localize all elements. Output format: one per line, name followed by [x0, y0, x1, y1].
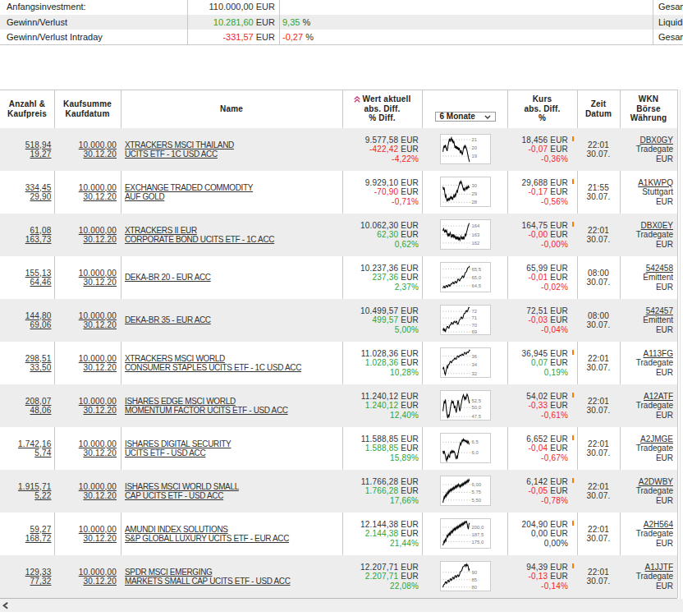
svg-text:64,5: 64,5: [472, 283, 482, 288]
svg-text:175,0: 175,0: [472, 540, 484, 545]
svg-text:21: 21: [472, 137, 478, 142]
svg-text:6,0: 6,0: [472, 450, 479, 455]
svg-text:6,5: 6,5: [472, 439, 479, 444]
svg-text:187,5: 187,5: [472, 532, 484, 537]
svg-text:20: 20: [472, 145, 478, 150]
svg-text:65,0: 65,0: [472, 275, 482, 280]
svg-text:162: 162: [472, 241, 480, 246]
svg-text:32: 32: [472, 371, 478, 376]
svg-text:71: 71: [472, 315, 478, 320]
svg-text:19: 19: [472, 154, 478, 159]
svg-text:69: 69: [472, 329, 478, 334]
svg-text:30: 30: [472, 183, 478, 188]
svg-text:5,75: 5,75: [472, 490, 482, 494]
svg-text:29: 29: [472, 191, 478, 196]
svg-text:85: 85: [472, 577, 478, 582]
svg-text:36: 36: [472, 354, 478, 359]
svg-text:72: 72: [472, 309, 478, 314]
svg-text:28: 28: [472, 200, 478, 205]
svg-text:65,5: 65,5: [472, 267, 482, 272]
svg-text:164: 164: [472, 223, 481, 228]
svg-text:163: 163: [472, 232, 480, 237]
svg-text:50,0: 50,0: [472, 405, 482, 410]
svg-text:200,0: 200,0: [472, 525, 484, 530]
svg-text:6,00: 6,00: [472, 482, 482, 487]
svg-text:47,5: 47,5: [472, 414, 482, 419]
svg-text:5,50: 5,50: [472, 498, 482, 503]
svg-text:80: 80: [472, 585, 478, 590]
svg-text:34: 34: [472, 362, 478, 367]
svg-text:90: 90: [472, 570, 478, 575]
svg-text:52,5: 52,5: [472, 398, 482, 403]
svg-text:70: 70: [472, 323, 478, 328]
